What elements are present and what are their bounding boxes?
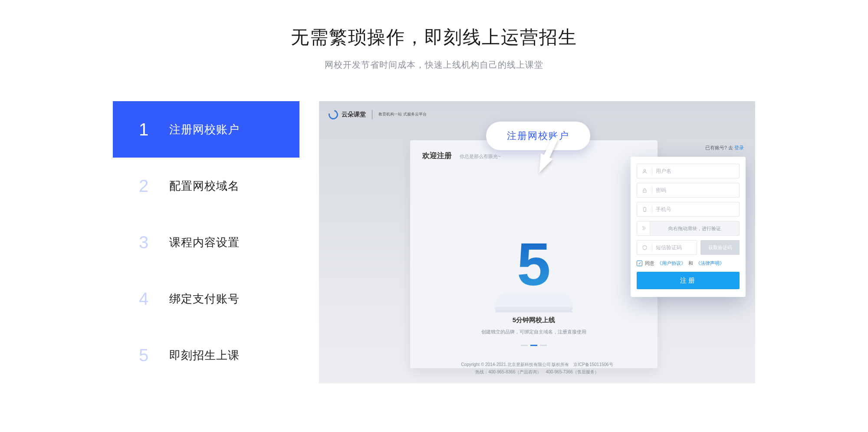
card-title: 欢迎注册 bbox=[422, 151, 452, 161]
footer-copyright: Copyright © 2014-2021.北京昱新科技有限公司 版权所有 京I… bbox=[319, 361, 755, 368]
step-label: 绑定支付账号 bbox=[169, 291, 240, 307]
login-prompt: 已有账号? 去 登录 bbox=[705, 145, 744, 151]
password-field[interactable]: 密码 bbox=[637, 183, 740, 198]
slider-text: 向右拖动滑块，进行验证 bbox=[650, 225, 739, 232]
carousel-dots[interactable] bbox=[410, 345, 658, 346]
legal-statement-link[interactable]: 《法律声明》 bbox=[696, 260, 724, 267]
callout-bubble: 注册网校账户 bbox=[486, 122, 590, 150]
big-number-5: 5 bbox=[517, 237, 551, 292]
login-link[interactable]: 登录 bbox=[734, 145, 744, 150]
step-number: 5 bbox=[139, 346, 169, 365]
phone-icon bbox=[641, 205, 648, 213]
shield-icon bbox=[641, 244, 648, 251]
step-1[interactable]: 1 注册网校账户 bbox=[113, 101, 299, 158]
preview-inner: 云朵课堂 教育机构一站 式服务云平台 欢迎注册 你总是那么有眼光~ 5 5分钟网… bbox=[319, 101, 755, 383]
svg-point-0 bbox=[644, 169, 645, 171]
logo-text: 云朵课堂 bbox=[342, 111, 366, 119]
slider-handle-icon[interactable] bbox=[637, 221, 650, 235]
page-title: 无需繁琐操作，即刻线上运营招生 bbox=[0, 25, 868, 49]
cloud-logo-icon bbox=[327, 108, 340, 121]
agree-text: 同意 bbox=[645, 260, 654, 267]
register-button[interactable]: 注册 bbox=[637, 272, 740, 289]
page-subtitle: 网校开发节省时间成本，快速上线机构自己的线上课堂 bbox=[0, 59, 868, 71]
agree-and: 和 bbox=[688, 260, 693, 267]
step-label: 课程内容设置 bbox=[169, 235, 240, 250]
agree-row: ✓ 同意 《用户协议》 和 《法律声明》 bbox=[637, 260, 740, 267]
step-number: 1 bbox=[139, 120, 169, 139]
svg-rect-1 bbox=[643, 190, 646, 192]
username-placeholder: 用户名 bbox=[656, 168, 671, 175]
step-5[interactable]: 5 即刻招生上课 bbox=[113, 327, 299, 383]
phone-field[interactable]: 手机号 bbox=[637, 202, 740, 217]
sms-code-placeholder: 短信验证码 bbox=[656, 244, 682, 251]
step-4[interactable]: 4 绑定支付账号 bbox=[113, 270, 299, 327]
step-label: 注册网校账户 bbox=[169, 122, 240, 137]
logo-tagline: 教育机构一站 式服务云平台 bbox=[378, 112, 427, 117]
preview-footer: Copyright © 2014-2021.北京昱新科技有限公司 版权所有 京I… bbox=[319, 361, 755, 376]
step-list: 1 注册网校账户 2 配置网校域名 3 课程内容设置 4 绑定支付账号 5 即刻… bbox=[113, 101, 299, 383]
step-label: 配置网校域名 bbox=[169, 178, 240, 194]
logo-separator bbox=[372, 110, 372, 119]
step-2[interactable]: 2 配置网校域名 bbox=[113, 158, 299, 214]
preview-panel: 云朵课堂 教育机构一站 式服务云平台 欢迎注册 你总是那么有眼光~ 5 5分钟网… bbox=[319, 101, 755, 383]
card-caption: 5分钟网校上线 bbox=[410, 316, 658, 324]
captcha-slider[interactable]: 向右拖动滑块，进行验证 bbox=[637, 221, 740, 236]
agree-checkbox[interactable]: ✓ bbox=[637, 261, 642, 266]
card-caption-sub: 创建独立的品牌，可绑定自主域名，注册直接使用 bbox=[410, 329, 658, 335]
welcome-card: 欢迎注册 你总是那么有眼光~ 5 5分钟网校上线 创建独立的品牌，可绑定自主域名… bbox=[410, 140, 658, 368]
registration-form: 用户名 密码 手机号 bbox=[631, 157, 746, 297]
password-placeholder: 密码 bbox=[656, 187, 666, 194]
username-field[interactable]: 用户名 bbox=[637, 164, 740, 178]
card-subtitle: 你总是那么有眼光~ bbox=[460, 153, 500, 160]
user-agreement-link[interactable]: 《用户协议》 bbox=[657, 260, 686, 267]
step-3[interactable]: 3 课程内容设置 bbox=[113, 214, 299, 270]
user-icon bbox=[641, 167, 648, 175]
plate-illustration bbox=[493, 294, 574, 307]
sms-code-field[interactable]: 短信验证码 bbox=[637, 240, 697, 255]
step-number: 3 bbox=[139, 233, 169, 252]
footer-hotline: 热线：400-965-8366（产品咨询） 400-965-7366（售后服务） bbox=[319, 368, 755, 376]
step-number: 4 bbox=[139, 289, 169, 309]
get-code-button[interactable]: 获取验证码 bbox=[700, 240, 740, 255]
step-number: 2 bbox=[139, 176, 169, 196]
lock-icon bbox=[641, 186, 648, 194]
step-label: 即刻招生上课 bbox=[169, 348, 240, 363]
logo-bar: 云朵课堂 教育机构一站 式服务云平台 bbox=[329, 110, 427, 119]
phone-placeholder: 手机号 bbox=[656, 206, 671, 213]
login-prompt-text: 已有账号? 去 bbox=[705, 145, 734, 150]
